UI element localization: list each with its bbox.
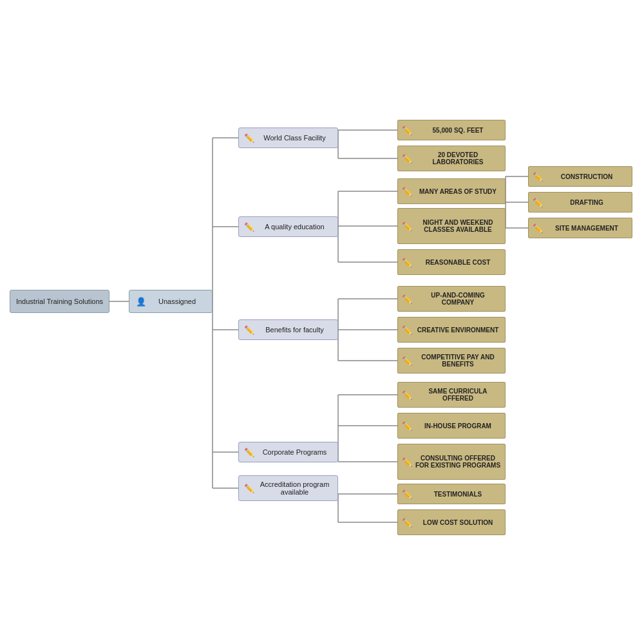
person-node: 👤 Unassigned bbox=[129, 290, 213, 313]
pencil-icon: ✏️ bbox=[402, 518, 412, 527]
leaf-inhouse: ✏️ IN-HOUSE PROGRAM bbox=[397, 413, 506, 439]
leaf-label: SAME CURRICULA OFFERED bbox=[415, 388, 501, 402]
pencil-icon: ✏️ bbox=[402, 294, 412, 304]
category-wcf: ✏️ World Class Facility bbox=[238, 128, 338, 148]
category-label: Benefits for faculty bbox=[257, 326, 332, 334]
leaf-site-management: ✏️ SITE MANAGEMENT bbox=[528, 218, 632, 238]
leaf-night-weekend: ✏️ NIGHT AND WEEKEND CLASSES AVAILABLE bbox=[397, 208, 506, 244]
leaf-same-curricula: ✏️ SAME CURRICULA OFFERED bbox=[397, 382, 506, 408]
pencil-icon: ✏️ bbox=[402, 457, 412, 467]
leaf-up-coming: ✏️ UP-AND-COMING COMPANY bbox=[397, 286, 506, 312]
leaf-label: UP-AND-COMING COMPANY bbox=[415, 292, 501, 306]
leaf-label: REASONABLE COST bbox=[415, 259, 501, 266]
leaf-label: DRAFTING bbox=[545, 199, 628, 206]
leaf-drafting: ✏️ DRAFTING bbox=[528, 192, 632, 213]
category-aqe: ✏️ A quality education bbox=[238, 216, 338, 237]
pencil-icon: ✏️ bbox=[533, 172, 543, 182]
pencil-icon: ✏️ bbox=[244, 484, 254, 493]
leaf-label: COMPETITIVE PAY AND BENEFITS bbox=[415, 354, 501, 368]
pencil-icon: ✏️ bbox=[402, 126, 412, 135]
leaf-creative: ✏️ CREATIVE ENVIRONMENT bbox=[397, 317, 506, 343]
category-label: Accreditation program available bbox=[257, 480, 332, 496]
root-node: Industrial Training Solutions bbox=[10, 290, 109, 313]
leaf-label: SITE MANAGEMENT bbox=[545, 225, 628, 232]
pencil-icon: ✏️ bbox=[402, 356, 412, 366]
category-bff: ✏️ Benefits for faculty bbox=[238, 319, 338, 340]
leaf-testimonials: ✏️ TESTIMONIALS bbox=[397, 484, 506, 504]
pencil-icon: ✏️ bbox=[244, 222, 254, 232]
pencil-icon: ✏️ bbox=[402, 258, 412, 267]
leaf-label: CONSULTING OFFERED FOR EXISTING PROGRAMS bbox=[415, 455, 501, 469]
leaf-areas-study: ✏️ MANY AREAS OF STUDY bbox=[397, 178, 506, 204]
leaf-sqfeet: ✏️ 55,000 SQ. FEET bbox=[397, 120, 506, 140]
category-label: A quality education bbox=[257, 223, 332, 231]
leaf-label: LOW COST SOLUTION bbox=[415, 519, 501, 526]
leaf-reasonable-cost: ✏️ REASONABLE COST bbox=[397, 249, 506, 275]
leaf-label: TESTIMONIALS bbox=[415, 491, 501, 498]
person-icon: 👤 bbox=[136, 297, 146, 307]
leaf-label: 55,000 SQ. FEET bbox=[415, 127, 501, 134]
category-label: Corporate Programs bbox=[257, 448, 332, 456]
mindmap-diagram: Industrial Training Solutions 👤 Unassign… bbox=[0, 0, 644, 644]
leaf-consulting: ✏️ CONSULTING OFFERED FOR EXISTING PROGR… bbox=[397, 444, 506, 480]
pencil-icon: ✏️ bbox=[402, 154, 412, 164]
pencil-icon: ✏️ bbox=[533, 198, 543, 207]
pencil-icon: ✏️ bbox=[533, 223, 543, 233]
pencil-icon: ✏️ bbox=[402, 390, 412, 400]
root-label: Industrial Training Solutions bbox=[16, 298, 103, 305]
category-label: World Class Facility bbox=[257, 134, 332, 142]
leaf-laboratories: ✏️ 20 DEVOTED LABORATORIES bbox=[397, 146, 506, 171]
category-cp: ✏️ Corporate Programs bbox=[238, 442, 338, 462]
leaf-label: 20 DEVOTED LABORATORIES bbox=[415, 151, 501, 166]
leaf-construction: ✏️ CONSTRUCTION bbox=[528, 166, 632, 187]
leaf-label: IN-HOUSE PROGRAM bbox=[415, 422, 501, 430]
category-apa: ✏️ Accreditation program available bbox=[238, 475, 338, 501]
pencil-icon: ✏️ bbox=[244, 325, 254, 335]
leaf-label: MANY AREAS OF STUDY bbox=[415, 188, 501, 195]
pencil-icon: ✏️ bbox=[402, 421, 412, 431]
pencil-icon: ✏️ bbox=[402, 325, 412, 335]
person-label: Unassigned bbox=[149, 298, 205, 305]
leaf-low-cost: ✏️ LOW COST SOLUTION bbox=[397, 509, 506, 535]
pencil-icon: ✏️ bbox=[402, 489, 412, 499]
pencil-icon: ✏️ bbox=[244, 133, 254, 143]
pencil-icon: ✏️ bbox=[402, 222, 412, 231]
leaf-label: NIGHT AND WEEKEND CLASSES AVAILABLE bbox=[415, 219, 501, 233]
pencil-icon: ✏️ bbox=[244, 448, 254, 457]
pencil-icon: ✏️ bbox=[402, 187, 412, 196]
leaf-label: CONSTRUCTION bbox=[545, 173, 628, 180]
leaf-competitive-pay: ✏️ COMPETITIVE PAY AND BENEFITS bbox=[397, 348, 506, 374]
leaf-label: CREATIVE ENVIRONMENT bbox=[415, 327, 501, 334]
